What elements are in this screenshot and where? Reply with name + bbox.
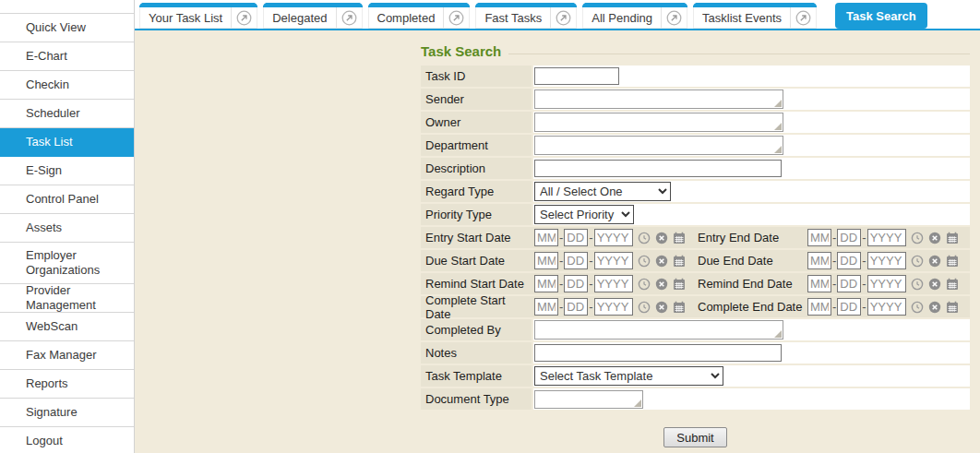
tab-label: Tasklist Events	[694, 11, 790, 25]
tab-label: Fast Tasks	[476, 11, 550, 25]
month-input[interactable]	[534, 298, 558, 316]
sidebar-item-webscan[interactable]: WebScan	[0, 313, 134, 341]
submit-button[interactable]: Submit	[663, 427, 726, 447]
clear-icon[interactable]	[655, 232, 668, 244]
month-input[interactable]	[807, 298, 831, 316]
sidebar-item-e-chart[interactable]: E-Chart	[0, 42, 134, 71]
year-input[interactable]	[867, 275, 906, 292]
calendar-icon[interactable]	[673, 255, 686, 268]
calendar-icon[interactable]	[673, 278, 686, 291]
tab-all-pending[interactable]: All Pending	[582, 3, 687, 29]
tab-tasklist-events[interactable]: Tasklist Events	[693, 3, 817, 29]
popout-arrow-icon[interactable]	[662, 10, 687, 26]
clock-icon[interactable]	[911, 301, 924, 314]
clear-icon[interactable]	[928, 278, 941, 291]
day-input[interactable]	[564, 298, 588, 316]
month-input[interactable]	[534, 252, 558, 269]
sidebar-item-scheduler[interactable]: Scheduler	[0, 100, 134, 128]
day-input[interactable]	[837, 229, 861, 246]
form-row-document-type: Document Type	[421, 388, 970, 410]
clock-icon[interactable]	[638, 255, 651, 268]
year-input[interactable]	[594, 252, 633, 269]
document-type-textarea[interactable]	[534, 390, 643, 409]
day-input[interactable]	[837, 275, 861, 292]
description-input[interactable]	[534, 160, 782, 177]
month-input[interactable]	[534, 229, 558, 246]
tab-delegated[interactable]: Delegated	[263, 3, 362, 29]
calendar-icon[interactable]	[946, 301, 959, 314]
completed-by-textarea[interactable]	[534, 320, 783, 340]
calendar-icon[interactable]	[673, 232, 686, 244]
month-input[interactable]	[807, 275, 831, 292]
clear-icon[interactable]	[928, 255, 941, 268]
tab-your-task-list[interactable]: Your Task List	[139, 3, 257, 29]
department-textarea[interactable]	[534, 136, 783, 155]
sidebar-item-task-list[interactable]: Task List	[0, 128, 134, 157]
month-input[interactable]	[534, 275, 558, 292]
year-input[interactable]	[594, 298, 633, 316]
field-label: Document Type	[421, 388, 532, 410]
clock-icon[interactable]	[911, 232, 924, 244]
day-input[interactable]	[837, 298, 861, 316]
sidebar-item-control-panel[interactable]: Control Panel	[0, 185, 134, 214]
year-input[interactable]	[594, 229, 633, 246]
month-input[interactable]	[807, 252, 831, 269]
clear-icon[interactable]	[928, 232, 941, 244]
clear-icon[interactable]	[655, 278, 668, 291]
year-input[interactable]	[867, 298, 906, 316]
sidebar-item-fax-manager[interactable]: Fax Manager	[0, 341, 134, 370]
regard-type-select[interactable]: All / Select One	[534, 182, 671, 201]
popout-arrow-icon[interactable]	[444, 10, 469, 26]
field-label: Sender	[421, 89, 532, 110]
sidebar-item-label: Scheduler	[26, 106, 80, 121]
tab-task-search[interactable]: Task Search	[835, 3, 927, 29]
sidebar-item-provider-management[interactable]: Provider Management	[0, 284, 134, 313]
clear-icon[interactable]	[928, 301, 941, 314]
sidebar-item-logout[interactable]: Logout	[0, 427, 134, 453]
clock-icon[interactable]	[638, 278, 651, 291]
sender-textarea[interactable]	[534, 89, 783, 109]
year-input[interactable]	[867, 229, 906, 246]
popout-arrow-icon[interactable]	[551, 10, 576, 26]
sidebar-item-signature[interactable]: Signature	[0, 399, 134, 427]
calendar-icon[interactable]	[946, 255, 959, 268]
year-input[interactable]	[867, 252, 906, 269]
year-input[interactable]	[594, 275, 633, 292]
clock-icon[interactable]	[911, 278, 924, 291]
sidebar-item-e-sign[interactable]: E-Sign	[0, 157, 134, 185]
day-input[interactable]	[564, 229, 588, 246]
field-label: Notes	[421, 342, 532, 364]
field-label: Complete Start Date	[421, 296, 532, 317]
sidebar-item-label: Task List	[26, 135, 73, 149]
clear-icon[interactable]	[655, 301, 668, 314]
notes-input[interactable]	[534, 344, 782, 362]
sidebar-item-label: Reports	[26, 376, 68, 391]
task-template-select[interactable]: Select Task Template	[534, 366, 723, 386]
sidebar-item-quick-view[interactable]: Quick View	[0, 14, 134, 42]
popout-arrow-icon[interactable]	[791, 10, 816, 26]
popout-arrow-icon[interactable]	[232, 10, 257, 26]
day-input[interactable]	[564, 275, 588, 292]
clock-icon[interactable]	[911, 255, 924, 268]
tab-bar: Your Task List Delegated	[135, 0, 980, 30]
month-input[interactable]	[807, 229, 831, 246]
task-id-input[interactable]	[534, 67, 619, 85]
clear-icon[interactable]	[655, 255, 668, 268]
priority-type-select[interactable]: Select Priority	[534, 205, 634, 224]
clock-icon[interactable]	[638, 232, 651, 244]
calendar-icon[interactable]	[673, 301, 686, 314]
tab-fast-tasks[interactable]: Fast Tasks	[475, 3, 577, 29]
tab-label: All Pending	[583, 11, 661, 25]
sidebar-item-reports[interactable]: Reports	[0, 370, 134, 399]
day-input[interactable]	[564, 252, 588, 269]
popout-arrow-icon[interactable]	[337, 10, 362, 26]
sidebar-item-checkin[interactable]: Checkin	[0, 71, 134, 100]
calendar-icon[interactable]	[946, 278, 959, 291]
sidebar-item-assets[interactable]: Assets	[0, 214, 134, 243]
sidebar-item-employer-organizations[interactable]: Employer Organizations	[0, 243, 134, 284]
clock-icon[interactable]	[638, 301, 651, 314]
owner-textarea[interactable]	[534, 113, 783, 132]
day-input[interactable]	[837, 252, 861, 269]
tab-completed[interactable]: Completed	[368, 3, 471, 29]
calendar-icon[interactable]	[946, 232, 959, 244]
